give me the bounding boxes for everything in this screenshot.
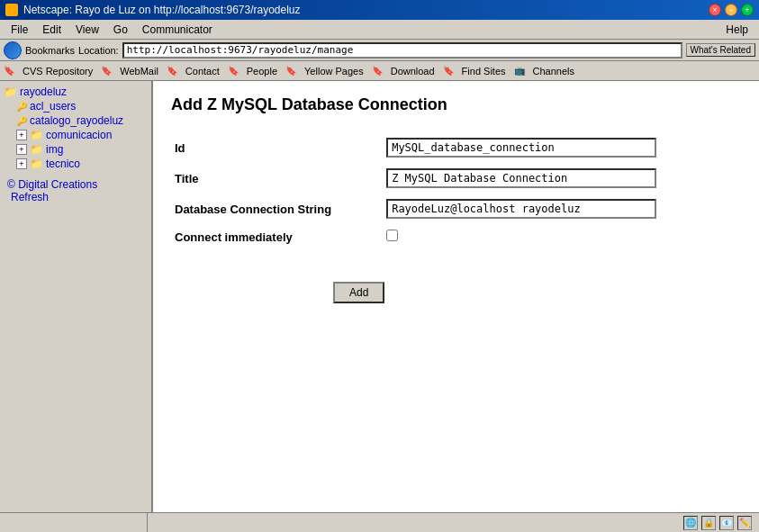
sidebar-link-acl[interactable]: acl_users: [30, 100, 76, 113]
bookmark-icon-7: 📺: [514, 66, 525, 76]
page-title: Add Z MySQL Database Connection: [171, 95, 741, 114]
main-area: 📁 rayodeluz 🔑 acl_users 🔑 catalogo_rayod…: [0, 81, 759, 512]
expander-comunicacion[interactable]: +: [16, 130, 27, 140]
bookmark-icon-0: 🔖: [4, 66, 14, 76]
close-button[interactable]: ×: [709, 4, 721, 16]
bookmark-icon-4: 🔖: [285, 66, 296, 76]
form-row-connection-string: Database Connection String: [171, 194, 741, 224]
refresh-link[interactable]: Refresh: [11, 191, 49, 203]
digital-creations-link[interactable]: © Digital Creations: [7, 178, 97, 191]
browser-icon: [4, 41, 22, 59]
sidebar-item-tecnico[interactable]: + 📁 tecnico: [16, 157, 148, 171]
status-text: [4, 513, 148, 532]
id-input[interactable]: [386, 138, 656, 158]
status-icons: 🌐 🔒 📧 ✏️: [148, 516, 755, 530]
status-icon-4[interactable]: ✏️: [737, 516, 752, 530]
bookmark-download[interactable]: Download: [384, 64, 441, 78]
bookmark-icon-1: 🔖: [101, 66, 112, 76]
title-input-cell: [383, 163, 741, 194]
id-input-cell: [383, 132, 741, 163]
bookmark-yellowpages[interactable]: Yellow Pages: [298, 64, 370, 78]
status-icon-2[interactable]: 🔒: [701, 516, 716, 530]
bookmark-channels[interactable]: Channels: [527, 64, 581, 78]
bookmarks-label: Bookmarks: [25, 45, 75, 56]
id-label: Id: [171, 132, 383, 163]
sidebar-item-icon-catalogo: 🔑: [16, 116, 27, 126]
connection-string-input[interactable]: [386, 199, 656, 219]
sidebar-link-comunicacion[interactable]: comunicacion: [46, 129, 112, 141]
folder-icon-comunicacion: 📁: [30, 129, 43, 141]
sidebar-link-tecnico[interactable]: tecnico: [46, 158, 80, 170]
bookmark-findsites[interactable]: Find Sites: [456, 64, 512, 78]
whats-related-button[interactable]: What's Related: [686, 43, 756, 57]
menu-go[interactable]: Go: [106, 22, 135, 38]
bookmark-icon-3: 🔖: [228, 66, 239, 76]
sidebar-root[interactable]: 📁 rayodeluz: [4, 85, 148, 99]
status-icon-1[interactable]: 🌐: [683, 516, 698, 530]
connect-immediately-label: Connect immediately: [171, 224, 383, 249]
menu-file[interactable]: File: [4, 22, 35, 38]
connection-string-label: Database Connection String: [171, 194, 383, 224]
bookmarks-bar: 🔖 CVS Repository 🔖 WebMail 🔖 Contact 🔖 P…: [0, 61, 759, 81]
sidebar-item-img[interactable]: + 📁 img: [16, 142, 148, 157]
location-bar: Bookmarks Location: What's Related: [0, 40, 759, 61]
bookmark-cvs[interactable]: CVS Repository: [16, 64, 99, 78]
menu-edit[interactable]: Edit: [35, 22, 68, 38]
folder-icon-img: 📁: [30, 143, 43, 156]
minimize-button[interactable]: −: [725, 4, 737, 16]
menu-help[interactable]: Help: [718, 22, 755, 38]
app-icon: [5, 4, 18, 16]
location-label: Location:: [78, 45, 119, 56]
folder-icon-tecnico: 📁: [30, 158, 43, 170]
connect-immediately-input-cell: [383, 224, 741, 249]
window-title: Netscape: Rayo de Luz on http://localhos…: [23, 4, 301, 16]
form-row-connect-immediately: Connect immediately: [171, 224, 741, 249]
url-input[interactable]: [122, 42, 682, 59]
form-row-id: Id: [171, 132, 741, 163]
menu-communicator[interactable]: Communicator: [135, 22, 220, 38]
bookmark-people[interactable]: People: [240, 64, 284, 78]
bookmark-icon-6: 🔖: [443, 66, 454, 76]
sidebar-link-catalogo[interactable]: catalogo_rayodeluz: [30, 114, 123, 127]
sidebar-tree-indent: 🔑 acl_users 🔑 catalogo_rayodeluz + 📁 com…: [16, 99, 148, 171]
bookmark-contact[interactable]: Contact: [179, 64, 226, 78]
sidebar: 📁 rayodeluz 🔑 acl_users 🔑 catalogo_rayod…: [0, 81, 153, 512]
form-row-title: Title: [171, 163, 741, 194]
content-area: Add Z MySQL Database Connection Id Title…: [153, 81, 759, 512]
sidebar-item-comunicacion[interactable]: + 📁 comunicacion: [16, 128, 148, 142]
sidebar-item-catalogo[interactable]: 🔑 catalogo_rayodeluz: [16, 113, 148, 128]
bookmark-webmail[interactable]: WebMail: [113, 64, 165, 78]
bookmark-icon-2: 🔖: [167, 66, 177, 76]
connect-immediately-checkbox[interactable]: [386, 230, 398, 241]
connection-string-input-cell: [383, 194, 741, 224]
expander-img[interactable]: +: [16, 144, 27, 155]
form-actions: Add: [171, 267, 741, 303]
status-bar: 🌐 🔒 📧 ✏️: [0, 512, 759, 532]
sidebar-footer: © Digital Creations Refresh: [7, 178, 148, 203]
folder-icon-root: 📁: [4, 86, 17, 98]
title-input[interactable]: [386, 168, 656, 188]
add-button[interactable]: Add: [333, 282, 384, 303]
bookmark-icon-5: 🔖: [372, 66, 383, 76]
sidebar-item-icon-acl: 🔑: [16, 102, 27, 112]
title-label: Title: [171, 163, 383, 194]
form-table: Id Title Database Connection String Conn…: [171, 132, 741, 249]
menu-view[interactable]: View: [68, 22, 106, 38]
maximize-button[interactable]: +: [741, 4, 754, 16]
sidebar-item-acl[interactable]: 🔑 acl_users: [16, 99, 148, 113]
sidebar-link-img[interactable]: img: [46, 143, 63, 156]
menu-bar: File Edit View Go Communicator Help: [0, 20, 759, 40]
expander-tecnico[interactable]: +: [16, 158, 27, 169]
status-icon-3[interactable]: 📧: [719, 516, 734, 530]
title-bar: Netscape: Rayo de Luz on http://localhos…: [0, 0, 759, 20]
sidebar-root-link[interactable]: rayodeluz: [20, 86, 67, 98]
